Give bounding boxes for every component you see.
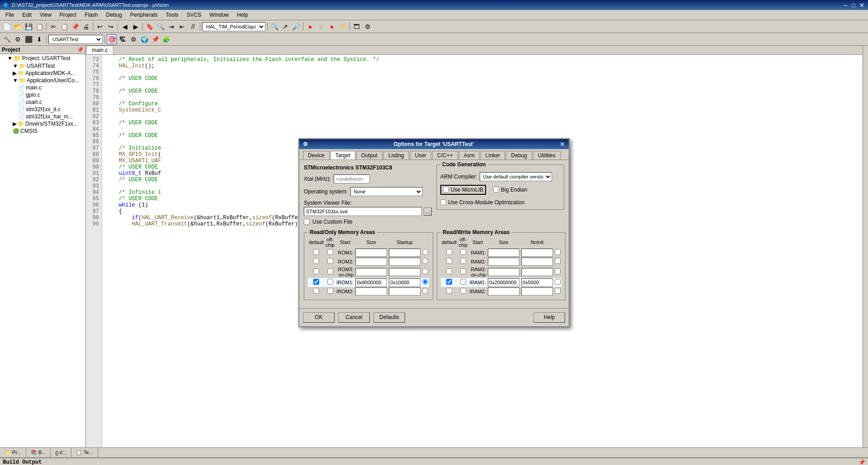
xtal-input[interactable] <box>334 174 370 183</box>
iram2-size-input[interactable] <box>521 287 553 296</box>
sidebar-item-app-user[interactable]: ▼📁 Application/User/Co... <box>0 77 85 84</box>
iram1-noinit-cb[interactable] <box>555 279 561 285</box>
menu-flash[interactable]: Flash <box>81 11 101 19</box>
menu-project[interactable]: Project <box>56 11 80 19</box>
modal-dialog[interactable]: ⚙ Options for Target 'USARTTest' ✕ Devic… <box>298 138 570 327</box>
menu-help[interactable]: Help <box>233 11 252 19</box>
search-button[interactable]: 🔍 <box>156 22 165 32</box>
minimize-button[interactable]: ─ <box>842 1 849 9</box>
modal-tab-asm[interactable]: Asm <box>459 151 480 160</box>
target-options-btn[interactable]: 🎯 <box>107 34 117 44</box>
ram1-offchip-cb[interactable] <box>460 249 466 255</box>
rom3-size-input[interactable] <box>389 268 420 276</box>
sidebar-item-usarttest[interactable]: ▼ 📁 USARTTest <box>0 62 85 70</box>
debug-button[interactable]: ● <box>327 22 337 32</box>
maximize-button[interactable]: □ <box>850 1 857 9</box>
run-button[interactable]: ○ <box>316 22 326 32</box>
irom1-default-cb[interactable] <box>313 279 319 285</box>
outdent-button[interactable]: ⇤ <box>177 22 187 32</box>
sidebar-pin-icon[interactable]: 📌 <box>77 47 84 53</box>
save-button[interactable]: 💾 <box>24 22 33 32</box>
ram3-start-input[interactable] <box>488 268 519 276</box>
sidebar-item-drivers[interactable]: ▶📁 Drivers/STM32F1xx... <box>0 120 85 127</box>
ram3-offchip-cb[interactable] <box>460 268 466 274</box>
zoom-button[interactable]: 🔎 <box>291 22 301 32</box>
right-scrollbar[interactable] <box>863 46 868 447</box>
sidebar-item-cmsis[interactable]: 🟢 CMSIS <box>0 127 85 135</box>
defaults-button[interactable]: Defaults <box>373 312 405 323</box>
rom2-default-cb[interactable] <box>313 258 319 264</box>
modal-tab-listing[interactable]: Listing <box>383 151 409 160</box>
ok-button[interactable]: OK <box>303 312 335 323</box>
build2-btn[interactable]: ⚙ <box>13 34 23 44</box>
irom2-size-input[interactable] <box>389 287 420 296</box>
custom-file-checkbox[interactable] <box>304 219 310 225</box>
ram2-start-input[interactable] <box>488 258 519 266</box>
nav-back-button[interactable]: ◀ <box>120 22 130 32</box>
bottom-tab-books[interactable]: 📚 B... <box>26 448 51 457</box>
svd-input[interactable] <box>304 207 422 216</box>
sidebar-item-project[interactable]: ▼ 📁 Project: USARTTest <box>0 54 85 62</box>
rom3-startup-radio[interactable] <box>422 268 428 274</box>
target-options3-btn[interactable]: ⚙ <box>128 34 138 44</box>
modal-tab-target[interactable]: Target <box>330 151 355 160</box>
rom2-startup-radio[interactable] <box>422 258 428 264</box>
rom1-offchip-cb[interactable] <box>327 249 333 255</box>
stop-button[interactable]: ● <box>305 22 315 32</box>
modal-tab-cc[interactable]: C/C++ <box>432 151 458 160</box>
ram2-noinit-cb[interactable] <box>555 258 561 264</box>
irom2-startup-radio[interactable] <box>422 288 428 294</box>
iram1-size-input[interactable] <box>521 278 553 287</box>
menu-file[interactable]: File <box>2 11 18 19</box>
flash-button[interactable]: ⚡ <box>338 22 348 32</box>
ram1-default-cb[interactable] <box>446 249 452 255</box>
iram2-default-cb[interactable] <box>446 288 452 294</box>
ram3-default-cb[interactable] <box>446 268 452 274</box>
bottom-tab-templates[interactable]: 📋 Te... <box>71 448 98 457</box>
iram2-offchip-cb[interactable] <box>460 288 466 294</box>
irom2-start-input[interactable] <box>355 287 387 296</box>
modal-tab-output[interactable]: Output <box>356 151 382 160</box>
modal-tab-utilities[interactable]: Utilities <box>533 151 561 160</box>
bottom-tab-functions[interactable]: {} F... <box>51 448 71 457</box>
menu-svcs[interactable]: SVCS <box>183 11 205 19</box>
stop2-btn[interactable]: ⬛ <box>24 34 33 44</box>
irom1-size-input[interactable] <box>389 278 420 287</box>
modal-tab-device[interactable]: Device <box>303 151 330 160</box>
ram1-noinit-cb[interactable] <box>555 249 561 255</box>
ram2-size-input[interactable] <box>521 258 553 266</box>
bookmark-button[interactable]: 🔖 <box>145 22 155 32</box>
rom1-size-input[interactable] <box>389 249 420 257</box>
close-button[interactable]: ✕ <box>858 1 865 9</box>
rom3-offchip-cb[interactable] <box>327 268 333 274</box>
target-options2-btn[interactable]: 🏗 <box>118 34 127 44</box>
menu-tools[interactable]: Tools <box>162 11 182 19</box>
sidebar-item-main[interactable]: 📄 main.c <box>0 84 85 91</box>
env-btn[interactable]: 🌍 <box>139 34 149 44</box>
sidebar-item-hal[interactable]: 📄 stm32f1xx_hal_m... <box>0 113 85 120</box>
search2-button[interactable]: 🔍 <box>269 22 279 32</box>
menu-edit[interactable]: Edit <box>19 11 35 19</box>
ram2-offchip-cb[interactable] <box>460 258 466 264</box>
rom1-start-input[interactable] <box>355 249 387 257</box>
bottom-tab-project[interactable]: 📁 Pr... <box>0 448 26 457</box>
iram2-noinit-cb[interactable] <box>555 288 561 294</box>
target-dropdown[interactable]: USARTTest <box>48 35 103 44</box>
copy-button[interactable]: 📋 <box>59 22 69 32</box>
cancel-button[interactable]: Cancel <box>338 312 370 323</box>
rom3-start-input[interactable] <box>355 268 387 276</box>
ram3-noinit-cb[interactable] <box>555 268 561 274</box>
comment-button[interactable]: // <box>188 22 198 32</box>
download-btn[interactable]: ⬇ <box>34 34 44 44</box>
rom1-startup-radio[interactable] <box>422 249 428 255</box>
irom1-offchip-cb[interactable] <box>327 279 333 285</box>
sidebar-item-it[interactable]: 📄 stm32f1xx_it.c <box>0 106 85 113</box>
irom2-default-cb[interactable] <box>313 288 319 294</box>
modal-tab-linker[interactable]: Linker <box>481 151 505 160</box>
redo-button[interactable]: ↪ <box>106 22 116 32</box>
svd-browse-button[interactable]: … <box>424 207 432 216</box>
menu-peripherals[interactable]: Peripherals <box>127 11 161 19</box>
pin-btn[interactable]: 📌 <box>150 34 160 44</box>
component-btn[interactable]: 🧩 <box>161 34 171 44</box>
ram1-size-input[interactable] <box>521 249 553 257</box>
